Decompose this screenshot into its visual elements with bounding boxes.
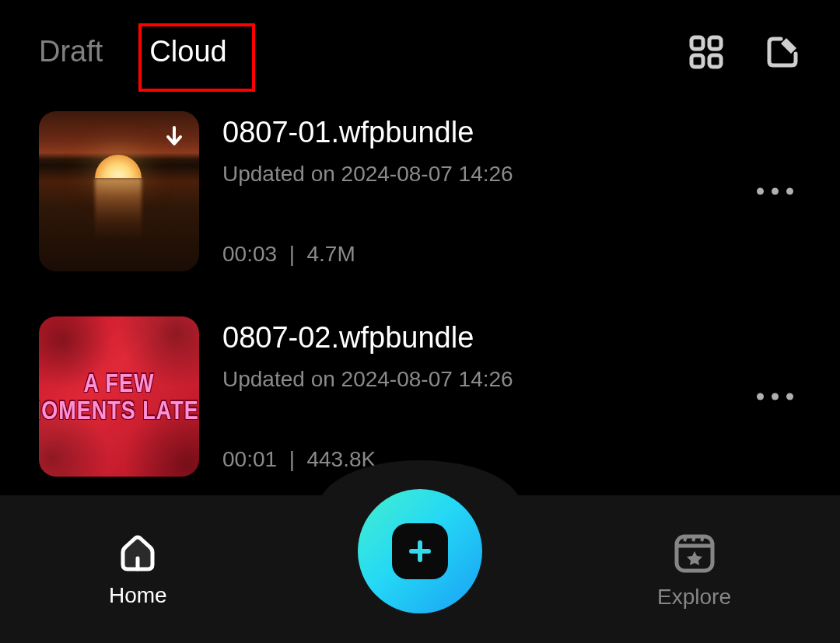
svg-rect-0 (691, 37, 703, 49)
file-thumbnail: A FEW MOMENTS LATER (39, 316, 199, 477)
svg-rect-3 (709, 55, 721, 67)
tabs: Draft Cloud (39, 31, 227, 72)
file-meta: 00:03 | 4.7M (222, 242, 801, 267)
file-updated: Updated on 2024-08-07 14:26 (222, 162, 801, 187)
explore-icon (670, 529, 719, 577)
top-actions (688, 33, 801, 71)
grid-view-button[interactable] (688, 33, 725, 71)
file-meta: 00:01 | 443.8K (222, 447, 801, 472)
file-item[interactable]: 0807-01.wfpbundle Updated on 2024-08-07 … (39, 111, 801, 271)
plus-icon (404, 536, 436, 567)
more-icon (757, 393, 793, 400)
file-more-button[interactable] (749, 378, 801, 416)
nav-home[interactable]: Home (109, 530, 167, 608)
grid-icon (688, 33, 725, 71)
file-updated: Updated on 2024-08-07 14:26 (222, 367, 801, 392)
nav-explore[interactable]: Explore (657, 529, 731, 610)
edit-icon (764, 33, 801, 71)
tab-draft[interactable]: Draft (39, 31, 103, 72)
home-icon (115, 530, 160, 575)
svg-rect-1 (709, 37, 721, 49)
download-icon (163, 125, 185, 153)
more-icon (757, 188, 793, 195)
file-list: 0807-01.wfpbundle Updated on 2024-08-07 … (0, 96, 840, 477)
top-bar: Draft Cloud (0, 0, 840, 96)
file-item[interactable]: A FEW MOMENTS LATER 0807-02.wfpbundle Up… (39, 316, 801, 477)
file-thumbnail (39, 111, 199, 271)
nav-home-label: Home (109, 583, 167, 608)
file-name: 0807-02.wfpbundle (222, 321, 801, 355)
thumbnail-caption: A FEW MOMENTS LATER (39, 369, 199, 425)
file-info: 0807-01.wfpbundle Updated on 2024-08-07 … (222, 111, 801, 271)
tab-cloud[interactable]: Cloud (149, 31, 226, 72)
file-more-button[interactable] (749, 173, 801, 211)
svg-rect-2 (691, 55, 703, 67)
plus-icon-container (392, 523, 448, 579)
edit-button[interactable] (764, 33, 801, 71)
nav-explore-label: Explore (657, 585, 731, 610)
file-info: 0807-02.wfpbundle Updated on 2024-08-07 … (222, 316, 801, 477)
create-button[interactable] (358, 489, 482, 613)
file-name: 0807-01.wfpbundle (222, 116, 801, 149)
